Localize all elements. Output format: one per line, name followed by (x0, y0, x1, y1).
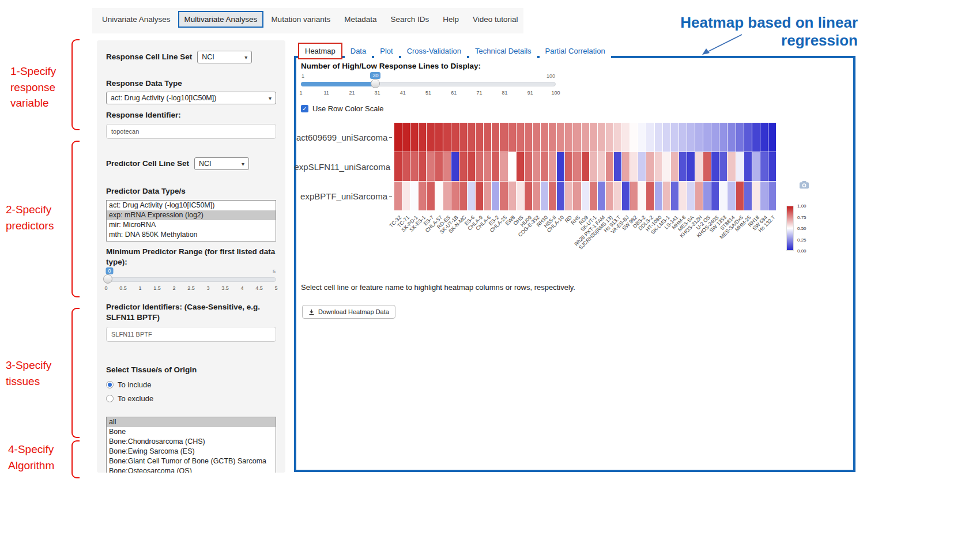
heatmap-cell (614, 152, 621, 181)
heatmap-cell (752, 123, 760, 152)
heatmap-cell (760, 182, 768, 210)
predictor-cell-line-set-select[interactable]: NCI ▾ (194, 157, 249, 170)
colorbar-tick-label: 0.00 (797, 248, 806, 254)
heatmap-cell (476, 123, 483, 152)
heatmap-cell (533, 123, 540, 152)
tissue-listbox[interactable]: allBoneBone:Chondrosarcoma (CHS)Bone:Ewi… (106, 417, 276, 473)
heatmap-cell (655, 123, 662, 152)
heatmap-row-label[interactable]: expBPTF_uniSarcoma (296, 182, 392, 211)
heatmap-row-label[interactable]: act609699_uniSarcoma (296, 123, 392, 152)
heatmap-cell (394, 182, 402, 210)
nav-tab-help[interactable]: Help (436, 11, 465, 28)
list-option[interactable]: Bone:Giant Cell Tumor of Bone (GCTB) Sar… (107, 456, 276, 466)
response-identifier-label: Response Identifier: (106, 110, 276, 120)
camera-icon[interactable] (799, 180, 809, 189)
step-bracket-4 (71, 440, 80, 478)
heatmap-cell (719, 182, 727, 210)
heatmap-x-labels: TC-32TC-71SK-PD-1SK-ES-1ES-7CHLA-57RD-ES… (394, 212, 777, 267)
list-option[interactable]: Bone:Chondrosarcoma (CHS) (107, 437, 276, 447)
list-option[interactable]: act: Drug Activity (-log10[IC50M]) (107, 201, 276, 210)
slider-tick-label: 21 (349, 90, 355, 96)
heatmap-cell (679, 152, 687, 181)
response-cell-line-set-select[interactable]: NCI ▾ (197, 51, 252, 63)
heatmap-cell (500, 152, 507, 181)
download-heatmap-data-button[interactable]: Download Heatmap Data (302, 305, 395, 319)
slider-handle[interactable] (371, 79, 380, 88)
list-option[interactable]: Bone:Osteosarcoma (OS) (107, 466, 276, 473)
step-bracket-1 (71, 39, 80, 130)
heatmap-cell (476, 152, 483, 181)
heatmap-row (394, 123, 777, 152)
response-identifier-input[interactable] (106, 124, 276, 139)
list-option[interactable]: Bone:Ewing Sarcoma (ES) (107, 447, 276, 456)
slider-tick-label: 2.5 (187, 285, 195, 291)
heatmap-cell (582, 152, 589, 181)
heatmap-cell (459, 152, 467, 181)
slider-tick-label: 61 (451, 90, 457, 96)
slider-tick-label: 1 (299, 90, 302, 96)
nav-tab-mutation-variants[interactable]: Mutation variants (265, 11, 337, 28)
heatmap-cell (663, 182, 670, 210)
heatmap-cell (638, 152, 646, 181)
heatmap-cell (517, 182, 524, 210)
result-tabs: HeatmapDataPlotCross-ValidationTechnical… (298, 43, 611, 59)
nav-tab-metadata[interactable]: Metadata (338, 11, 383, 28)
heatmap-cell (728, 182, 735, 210)
list-option[interactable]: Bone (107, 427, 276, 437)
predictor-identifiers-input[interactable] (106, 327, 276, 342)
tab-technical-details[interactable]: Technical Details (469, 44, 537, 58)
top-nav: Univariate AnalysesMultivariate Analyses… (96, 11, 525, 28)
predictor-data-types-listbox[interactable]: act: Drug Activity (-log10[IC50M])exp: m… (106, 200, 276, 241)
heatmap-cell (760, 152, 768, 181)
list-option[interactable]: mth: DNA 850K Methylation (107, 230, 276, 240)
slider-ticks: 1112131415161718191100 (301, 90, 556, 97)
list-option[interactable]: exp: mRNA Expression (log2) (107, 210, 276, 220)
nav-tab-multivariate-analyses[interactable]: Multivariate Analyses (178, 11, 264, 28)
heatmap-cell (427, 152, 434, 181)
heatmap-cell (394, 123, 402, 152)
nav-tab-search-ids[interactable]: Search IDs (384, 11, 435, 28)
heatmap-cell (508, 182, 516, 210)
heatmap-cell (557, 123, 564, 152)
slider-tick-label: 11 (324, 90, 329, 96)
list-option[interactable]: mir: MicroRNA (107, 220, 276, 230)
tissue-include-radio-label: To include (118, 380, 152, 389)
heatmap-cell (468, 123, 475, 152)
slider-tick-label: 71 (476, 90, 482, 96)
tab-plot[interactable]: Plot (374, 44, 398, 58)
heatmap-cell (427, 182, 434, 210)
predictor-data-types-label: Predictor Data Type/s (106, 186, 276, 197)
heatmap-cell (728, 152, 735, 181)
slider-tick-label: 100 (551, 90, 560, 96)
tab-partial-correlation[interactable]: Partial Correlation (540, 44, 611, 58)
heatmap-help-text: Select cell line or feature name to high… (301, 283, 575, 292)
lines-slider-label: Number of High/Low Response Lines to Dis… (301, 62, 481, 70)
colorbar-tick-label: 0.25 (797, 237, 806, 242)
step-label-predictors: 2-Specify predictors (6, 202, 54, 233)
tab-cross-validation[interactable]: Cross-Validation (401, 44, 467, 58)
heatmap-cell (525, 152, 532, 181)
heatmap-cell (744, 152, 752, 181)
row-color-scale-checkbox[interactable] (301, 105, 308, 112)
list-option[interactable]: all (107, 417, 276, 427)
heatmap-cell (419, 152, 426, 181)
slider-track[interactable] (106, 277, 276, 282)
heatmap-cell (679, 182, 687, 210)
tissue-include-radio[interactable] (106, 381, 114, 388)
slider-handle[interactable] (103, 274, 112, 284)
nav-tab-video-tutorial[interactable]: Video tutorial (466, 11, 525, 28)
tissue-exclude-radio[interactable] (106, 395, 114, 402)
heatmap-colorbar (786, 206, 794, 251)
heatmap-cell (655, 182, 662, 210)
heatmap-cell (719, 152, 727, 181)
slider-tick-label: 41 (400, 90, 406, 96)
tab-heatmap[interactable]: Heatmap (298, 43, 342, 59)
nav-tab-univariate-analyses[interactable]: Univariate Analyses (96, 11, 177, 28)
tab-data[interactable]: Data (345, 44, 372, 58)
heatmap-cell (646, 152, 654, 181)
step-label-algorithm: 4-Specify Algorithm (8, 441, 54, 473)
slider-tick-label: 1 (138, 285, 141, 291)
heatmap-row-label[interactable]: expSLFN11_uniSarcoma (296, 152, 392, 182)
response-data-type-select[interactable]: act: Drug Activity (-log10[IC50M]) ▾ (106, 92, 276, 104)
heatmap-cell (736, 182, 744, 210)
